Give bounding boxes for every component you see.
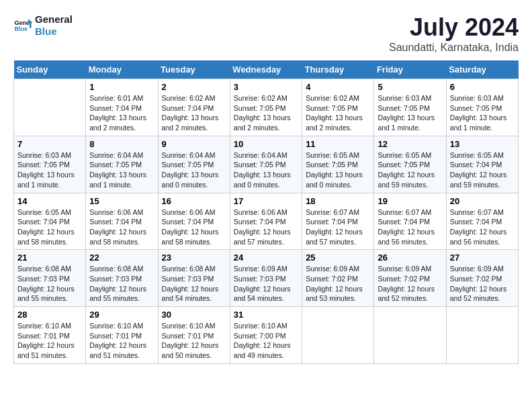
calendar-cell: 8Sunrise: 6:04 AMSunset: 7:05 PMDaylight… [86,136,158,193]
calendar-cell: 31Sunrise: 6:10 AMSunset: 7:00 PMDayligh… [230,307,302,364]
logo-line2: Blue [35,26,73,38]
calendar-cell: 29Sunrise: 6:10 AMSunset: 7:01 PMDayligh… [86,307,158,364]
calendar-cell: 11Sunrise: 6:05 AMSunset: 7:05 PMDayligh… [302,136,374,193]
day-info: Sunrise: 6:04 AMSunset: 7:05 PMDaylight:… [234,150,298,190]
calendar-cell: 19Sunrise: 6:07 AMSunset: 7:04 PMDayligh… [374,193,446,250]
calendar-cell: 23Sunrise: 6:08 AMSunset: 7:03 PMDayligh… [158,250,230,307]
day-info: Sunrise: 6:05 AMSunset: 7:05 PMDaylight:… [378,150,442,190]
day-info: Sunrise: 6:09 AMSunset: 7:03 PMDaylight:… [234,264,298,304]
calendar-cell: 6Sunrise: 6:03 AMSunset: 7:05 PMDaylight… [446,79,518,136]
calendar-week-1: 1Sunrise: 6:01 AMSunset: 7:04 PMDaylight… [14,79,519,136]
day-info: Sunrise: 6:06 AMSunset: 7:04 PMDaylight:… [162,208,226,247]
day-info: Sunrise: 6:06 AMSunset: 7:04 PMDaylight:… [234,208,298,247]
calendar-table: SundayMondayTuesdayWednesdayThursdayFrid… [13,60,519,364]
calendar-cell: 10Sunrise: 6:04 AMSunset: 7:05 PMDayligh… [230,136,302,193]
day-info: Sunrise: 6:02 AMSunset: 7:05 PMDaylight:… [306,93,370,133]
svg-text:Blue: Blue [14,26,28,32]
day-info: Sunrise: 6:09 AMSunset: 7:02 PMDaylight:… [306,264,370,304]
calendar-week-5: 28Sunrise: 6:10 AMSunset: 7:01 PMDayligh… [14,307,519,364]
day-info: Sunrise: 6:02 AMSunset: 7:05 PMDaylight:… [234,93,298,133]
col-header-tuesday: Tuesday [158,60,230,79]
day-number: 25 [306,253,370,263]
day-info: Sunrise: 6:03 AMSunset: 7:05 PMDaylight:… [378,93,442,133]
day-info: Sunrise: 6:03 AMSunset: 7:05 PMDaylight:… [17,150,82,190]
day-number: 12 [378,139,442,149]
day-number: 29 [89,310,154,320]
col-header-sunday: Sunday [14,60,86,79]
day-info: Sunrise: 6:05 AMSunset: 7:04 PMDaylight:… [450,150,515,190]
calendar-cell [374,307,446,364]
calendar-cell [302,307,374,364]
calendar-cell: 18Sunrise: 6:07 AMSunset: 7:04 PMDayligh… [302,193,374,250]
day-number: 15 [89,196,154,206]
day-number: 4 [306,82,370,92]
calendar-cell: 3Sunrise: 6:02 AMSunset: 7:05 PMDaylight… [230,79,302,136]
day-info: Sunrise: 6:07 AMSunset: 7:04 PMDaylight:… [450,208,515,247]
day-number: 14 [17,196,82,206]
calendar-cell: 27Sunrise: 6:09 AMSunset: 7:02 PMDayligh… [446,250,518,307]
title-block: July 2024 Saundatti, Karnataka, India [389,13,519,54]
day-number: 10 [234,139,298,149]
day-info: Sunrise: 6:05 AMSunset: 7:05 PMDaylight:… [306,150,370,190]
day-number: 8 [89,139,154,149]
col-header-monday: Monday [86,60,158,79]
logo-line1: General [35,13,73,26]
page-header: General Blue General Blue July 2024 Saun… [13,13,519,54]
day-number: 23 [162,253,226,263]
calendar-cell: 21Sunrise: 6:08 AMSunset: 7:03 PMDayligh… [14,250,86,307]
calendar-header-row: SundayMondayTuesdayWednesdayThursdayFrid… [14,60,519,79]
calendar-cell: 20Sunrise: 6:07 AMSunset: 7:04 PMDayligh… [446,193,518,250]
day-number: 16 [162,196,226,206]
calendar-cell: 5Sunrise: 6:03 AMSunset: 7:05 PMDaylight… [374,79,446,136]
calendar-cell: 13Sunrise: 6:05 AMSunset: 7:04 PMDayligh… [446,136,518,193]
day-number: 9 [162,139,226,149]
col-header-friday: Friday [374,60,446,79]
calendar-cell: 9Sunrise: 6:04 AMSunset: 7:05 PMDaylight… [158,136,230,193]
col-header-wednesday: Wednesday [230,60,302,79]
calendar-week-3: 14Sunrise: 6:05 AMSunset: 7:04 PMDayligh… [14,193,519,250]
day-number: 11 [306,139,370,149]
calendar-cell: 16Sunrise: 6:06 AMSunset: 7:04 PMDayligh… [158,193,230,250]
day-info: Sunrise: 6:04 AMSunset: 7:05 PMDaylight:… [89,150,154,190]
day-number: 30 [162,310,226,320]
day-number: 27 [450,253,515,263]
col-header-saturday: Saturday [446,60,518,79]
calendar-week-4: 21Sunrise: 6:08 AMSunset: 7:03 PMDayligh… [14,250,519,307]
calendar-cell: 15Sunrise: 6:06 AMSunset: 7:04 PMDayligh… [86,193,158,250]
day-number: 21 [17,253,82,263]
day-number: 1 [89,82,154,92]
day-number: 28 [17,310,82,320]
day-info: Sunrise: 6:06 AMSunset: 7:04 PMDaylight:… [89,208,154,247]
main-title: July 2024 [389,13,519,42]
col-header-thursday: Thursday [302,60,374,79]
day-info: Sunrise: 6:10 AMSunset: 7:01 PMDaylight:… [162,321,226,361]
calendar-cell: 17Sunrise: 6:06 AMSunset: 7:04 PMDayligh… [230,193,302,250]
day-number: 26 [378,253,442,263]
calendar-cell: 30Sunrise: 6:10 AMSunset: 7:01 PMDayligh… [158,307,230,364]
day-number: 20 [450,196,515,206]
day-number: 31 [234,310,298,320]
calendar-cell: 24Sunrise: 6:09 AMSunset: 7:03 PMDayligh… [230,250,302,307]
calendar-week-2: 7Sunrise: 6:03 AMSunset: 7:05 PMDaylight… [14,136,519,193]
logo-icon: General Blue [13,16,32,35]
day-number: 13 [450,139,515,149]
day-number: 22 [89,253,154,263]
day-number: 24 [234,253,298,263]
day-info: Sunrise: 6:10 AMSunset: 7:01 PMDaylight:… [17,321,82,361]
day-info: Sunrise: 6:08 AMSunset: 7:03 PMDaylight:… [162,264,226,304]
day-info: Sunrise: 6:08 AMSunset: 7:03 PMDaylight:… [89,264,154,304]
calendar-cell: 25Sunrise: 6:09 AMSunset: 7:02 PMDayligh… [302,250,374,307]
subtitle: Saundatti, Karnataka, India [389,42,519,54]
calendar-cell: 1Sunrise: 6:01 AMSunset: 7:04 PMDaylight… [86,79,158,136]
calendar-cell [14,79,86,136]
day-number: 19 [378,196,442,206]
calendar-cell: 28Sunrise: 6:10 AMSunset: 7:01 PMDayligh… [14,307,86,364]
day-info: Sunrise: 6:01 AMSunset: 7:04 PMDaylight:… [89,93,154,133]
calendar-cell: 22Sunrise: 6:08 AMSunset: 7:03 PMDayligh… [86,250,158,307]
logo: General Blue General Blue [13,13,73,38]
day-info: Sunrise: 6:02 AMSunset: 7:04 PMDaylight:… [162,93,226,133]
calendar-cell: 12Sunrise: 6:05 AMSunset: 7:05 PMDayligh… [374,136,446,193]
day-info: Sunrise: 6:10 AMSunset: 7:00 PMDaylight:… [234,321,298,361]
calendar-cell: 4Sunrise: 6:02 AMSunset: 7:05 PMDaylight… [302,79,374,136]
day-info: Sunrise: 6:07 AMSunset: 7:04 PMDaylight:… [306,208,370,247]
